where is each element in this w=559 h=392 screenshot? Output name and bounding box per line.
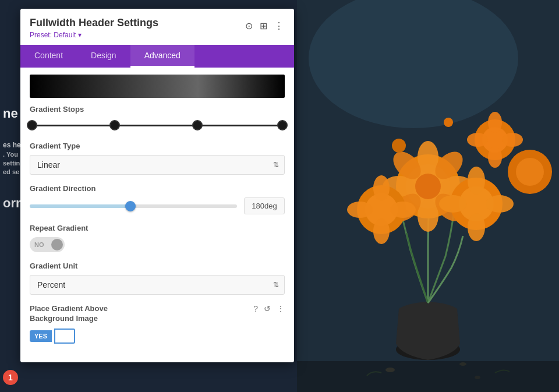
- gradient-direction-value[interactable]: 180deg: [244, 197, 285, 214]
- svg-point-25: [486, 195, 514, 213]
- place-gradient-icons: ? ↺ ⋮: [253, 304, 285, 313]
- panel-header-icons: ⊙ ⊞ ⋮: [244, 17, 285, 33]
- svg-rect-39: [297, 361, 559, 392]
- svg-point-24: [439, 195, 467, 213]
- responsive-icon[interactable]: ⊙: [244, 19, 254, 33]
- gradient-direction-slider[interactable]: [30, 204, 237, 208]
- repeat-gradient-label: Repeat Gradient: [30, 224, 285, 232]
- svg-point-29: [488, 147, 502, 168]
- svg-point-17: [373, 218, 390, 244]
- repeat-gradient-toggle-row: NO: [30, 237, 285, 252]
- preset-arrow-icon: ▾: [78, 31, 82, 39]
- gradient-direction-section: Gradient Direction 180deg: [30, 184, 285, 214]
- toggle-thumb: [51, 239, 63, 250]
- svg-point-7: [418, 199, 438, 232]
- svg-point-18: [347, 202, 373, 218]
- gradient-direction-label: Gradient Direction: [30, 184, 285, 193]
- left-overlay-text: ne es he . You settin ed se orm: [0, 105, 29, 213]
- gradient-type-select[interactable]: Linear Radial: [30, 155, 285, 175]
- tab-design[interactable]: Design: [77, 45, 130, 68]
- svg-point-33: [516, 158, 544, 186]
- background-image: [297, 0, 559, 392]
- panel-header-left: Fullwidth Header Settings Preset: Defaul…: [30, 17, 158, 39]
- svg-point-30: [467, 133, 488, 147]
- gradient-direction-thumb[interactable]: [125, 201, 136, 211]
- toggle-no-label: NO: [34, 241, 44, 248]
- svg-point-5: [415, 174, 441, 199]
- gradient-type-label: Gradient Type: [30, 142, 285, 150]
- gradient-direction-fill: [30, 204, 129, 208]
- gradient-unit-label: Gradient Unit: [30, 262, 285, 270]
- gradient-stop-1[interactable]: [109, 120, 120, 130]
- reset-icon[interactable]: ↺: [264, 304, 271, 313]
- svg-point-34: [392, 139, 406, 153]
- yes-toggle-row: YES: [30, 329, 285, 344]
- svg-point-19: [390, 202, 416, 218]
- gradient-type-section: Gradient Type Linear Radial ⇅: [30, 142, 285, 175]
- panel-header: Fullwidth Header Settings Preset: Defaul…: [20, 9, 294, 39]
- settings-panel: Fullwidth Header Settings Preset: Defaul…: [20, 9, 294, 362]
- tab-advanced[interactable]: Advanced: [130, 45, 194, 68]
- more-options-icon[interactable]: ⋮: [273, 19, 285, 33]
- svg-point-22: [468, 167, 485, 195]
- repeat-gradient-toggle[interactable]: NO: [30, 237, 65, 252]
- gradient-stops-label: Gradient Stops: [30, 105, 285, 114]
- panel-body: Gradient Stops Gradient Type Linear Radi…: [20, 68, 294, 362]
- preset-label: Preset: Default: [30, 31, 76, 39]
- svg-point-28: [488, 112, 502, 133]
- gradient-preview-bar: [30, 75, 285, 98]
- help-icon[interactable]: ?: [253, 304, 258, 313]
- gradient-unit-wrapper: Percent Pixel ⇅: [30, 275, 285, 295]
- yes-toggle-box[interactable]: [54, 329, 75, 344]
- place-gradient-header: Place Gradient Above Background Image ? …: [30, 304, 285, 324]
- svg-point-31: [502, 133, 523, 147]
- place-gradient-section: Place Gradient Above Background Image ? …: [30, 304, 285, 344]
- panel-preset[interactable]: Preset: Default ▾: [30, 31, 158, 39]
- tab-content[interactable]: Content: [20, 45, 77, 68]
- repeat-gradient-section: Repeat Gradient NO: [30, 224, 285, 252]
- place-gradient-title: Place Gradient Above Background Image: [30, 304, 146, 324]
- more-icon[interactable]: ⋮: [277, 304, 285, 313]
- gradient-unit-section: Gradient Unit Percent Pixel ⇅: [30, 262, 285, 295]
- panel-title: Fullwidth Header Settings: [30, 17, 158, 29]
- gradient-type-wrapper: Linear Radial ⇅: [30, 155, 285, 175]
- svg-point-16: [373, 175, 390, 201]
- gradient-stops-track[interactable]: [32, 118, 282, 132]
- gradient-stops-section: Gradient Stops: [30, 105, 285, 132]
- step-number-badge: 1: [3, 370, 18, 385]
- layout-icon[interactable]: ⊞: [259, 19, 268, 33]
- gradient-stop-3[interactable]: [277, 120, 288, 130]
- svg-point-23: [468, 213, 485, 241]
- yes-badge: YES: [30, 330, 52, 342]
- gradient-stops-line: [32, 125, 282, 126]
- gradient-direction-row: 180deg: [30, 197, 285, 214]
- gradient-unit-select[interactable]: Percent Pixel: [30, 275, 285, 295]
- tabs-bar: Content Design Advanced: [20, 45, 294, 68]
- svg-point-6: [418, 141, 438, 174]
- gradient-stop-2[interactable]: [192, 120, 203, 130]
- svg-point-35: [444, 118, 453, 127]
